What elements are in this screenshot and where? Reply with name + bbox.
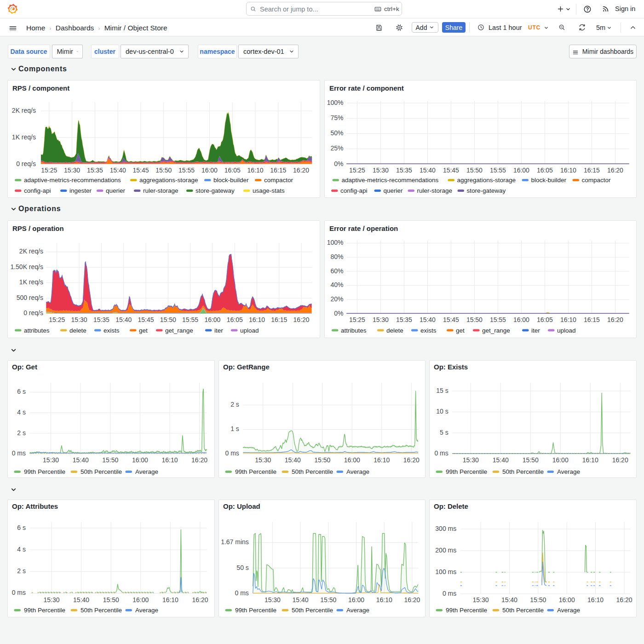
svg-text:usage-stats: usage-stats <box>253 187 285 194</box>
svg-text:Average: Average <box>346 468 369 475</box>
svg-text:99th Percentile: 99th Percentile <box>235 468 276 475</box>
svg-text:15:45: 15:45 <box>132 167 149 174</box>
svg-text:16:15: 16:15 <box>583 316 599 323</box>
svg-text:16:10: 16:10 <box>376 596 392 604</box>
svg-text:15:50: 15:50 <box>523 456 539 464</box>
svg-text:16:20: 16:20 <box>191 456 207 464</box>
svg-text:15:50: 15:50 <box>155 167 172 174</box>
svg-text:5 s: 5 s <box>440 429 448 436</box>
svg-text:15:50: 15:50 <box>102 456 118 464</box>
svg-text:Average: Average <box>346 607 369 614</box>
svg-text:16:00: 16:00 <box>552 456 569 464</box>
svg-text:15:35: 15:35 <box>396 316 412 323</box>
svg-text:99th Percentile: 99th Percentile <box>446 607 487 614</box>
svg-text:15:40: 15:40 <box>419 316 435 323</box>
svg-text:RPS / operation: RPS / operation <box>12 224 64 232</box>
svg-text:1K req/s: 1K req/s <box>19 278 43 286</box>
svg-text:15:55: 15:55 <box>489 167 506 174</box>
svg-text:15:50: 15:50 <box>103 596 119 604</box>
svg-text:0 req/s: 0 req/s <box>16 160 36 167</box>
svg-text:15:35: 15:35 <box>93 316 109 323</box>
svg-text:querier: querier <box>106 187 126 194</box>
svg-text:Op: Get: Op: Get <box>12 363 37 371</box>
svg-text:Error rate / operation: Error rate / operation <box>329 224 398 232</box>
svg-text:10 s: 10 s <box>437 408 448 415</box>
svg-text:16:05: 16:05 <box>224 167 241 174</box>
svg-text:0 ms: 0 ms <box>443 590 456 597</box>
svg-text:store-gateway: store-gateway <box>196 187 235 194</box>
svg-text:15:40: 15:40 <box>73 456 89 464</box>
svg-text:0%: 0% <box>334 310 343 317</box>
svg-text:50th Percentile: 50th Percentile <box>502 607 544 614</box>
svg-text:16:10: 16:10 <box>161 456 178 464</box>
svg-text:16:20: 16:20 <box>293 167 309 174</box>
svg-text:16:00: 16:00 <box>201 167 218 174</box>
svg-text:15:40: 15:40 <box>493 456 509 464</box>
svg-text:16:00: 16:00 <box>513 316 529 323</box>
svg-text:16:10: 16:10 <box>587 596 604 604</box>
svg-text:15:40: 15:40 <box>419 167 435 174</box>
svg-text:15:55: 15:55 <box>489 316 506 323</box>
svg-text:20%: 20% <box>330 295 343 303</box>
svg-text:compactor: compactor <box>581 177 611 184</box>
svg-text:16:05: 16:05 <box>536 167 552 174</box>
svg-text:15:25: 15:25 <box>349 167 365 174</box>
svg-text:ruler-storage: ruler-storage <box>417 187 452 194</box>
svg-text:compactor: compactor <box>264 177 293 184</box>
svg-text:15:55: 15:55 <box>178 167 195 174</box>
svg-text:attributes: attributes <box>24 327 50 334</box>
svg-text:2 s: 2 s <box>230 401 239 408</box>
svg-text:100 ms: 100 ms <box>436 568 457 575</box>
svg-text:15:30: 15:30 <box>43 596 59 604</box>
svg-text:16:10: 16:10 <box>249 316 265 323</box>
svg-text:Error rate / component: Error rate / component <box>329 84 404 92</box>
svg-text:Op: Delete: Op: Delete <box>434 502 468 510</box>
svg-text:upload: upload <box>557 327 576 334</box>
svg-text:1K req/s: 1K req/s <box>12 133 36 141</box>
svg-text:4 s: 4 s <box>17 546 26 553</box>
svg-text:Average: Average <box>557 607 580 614</box>
svg-text:exists: exists <box>420 327 437 334</box>
svg-text:50th Percentile: 50th Percentile <box>292 607 333 614</box>
svg-text:delete: delete <box>386 327 403 334</box>
svg-text:16:00: 16:00 <box>204 316 220 323</box>
svg-text:Op: Exists: Op: Exists <box>434 363 468 371</box>
svg-text:16:20: 16:20 <box>607 167 623 174</box>
svg-text:16:15: 16:15 <box>270 167 286 174</box>
svg-text:15 s: 15 s <box>437 387 448 394</box>
svg-text:15:45: 15:45 <box>443 316 459 323</box>
svg-text:querier: querier <box>383 187 403 194</box>
svg-text:15:45: 15:45 <box>443 167 459 174</box>
svg-text:15:40: 15:40 <box>501 596 518 604</box>
svg-text:16:10: 16:10 <box>560 167 576 174</box>
svg-text:aggregations-storage: aggregations-storage <box>457 177 516 184</box>
svg-text:15:25: 15:25 <box>349 316 365 323</box>
svg-text:1.50K req/s: 1.50K req/s <box>10 263 43 270</box>
svg-text:60%: 60% <box>330 267 343 275</box>
svg-text:15:50: 15:50 <box>466 316 482 323</box>
svg-text:15:30: 15:30 <box>64 167 80 174</box>
svg-text:40%: 40% <box>330 281 343 288</box>
svg-text:15:30: 15:30 <box>71 316 87 323</box>
svg-text:50th Percentile: 50th Percentile <box>292 468 333 475</box>
svg-text:15:25: 15:25 <box>41 167 57 174</box>
svg-text:100%: 100% <box>327 99 343 106</box>
svg-text:delete: delete <box>69 327 86 334</box>
svg-text:iter: iter <box>214 327 223 334</box>
svg-text:0 ms: 0 ms <box>225 449 239 457</box>
svg-text:iter: iter <box>531 327 540 334</box>
svg-text:16:10: 16:10 <box>582 456 598 464</box>
svg-text:store-gateway: store-gateway <box>466 187 506 194</box>
svg-text:99th Percentile: 99th Percentile <box>446 468 487 475</box>
svg-text:get: get <box>139 327 148 334</box>
svg-text:15:25: 15:25 <box>49 316 65 323</box>
svg-text:16:05: 16:05 <box>536 316 552 323</box>
svg-text:16:00: 16:00 <box>348 596 364 604</box>
svg-text:get: get <box>456 327 465 334</box>
svg-text:15:35: 15:35 <box>396 167 412 174</box>
svg-text:50%: 50% <box>330 129 343 137</box>
svg-text:upload: upload <box>240 327 259 334</box>
svg-text:500 req/s: 500 req/s <box>17 294 43 301</box>
svg-text:Op: Upload: Op: Upload <box>223 502 260 510</box>
svg-text:15:45: 15:45 <box>138 316 154 323</box>
